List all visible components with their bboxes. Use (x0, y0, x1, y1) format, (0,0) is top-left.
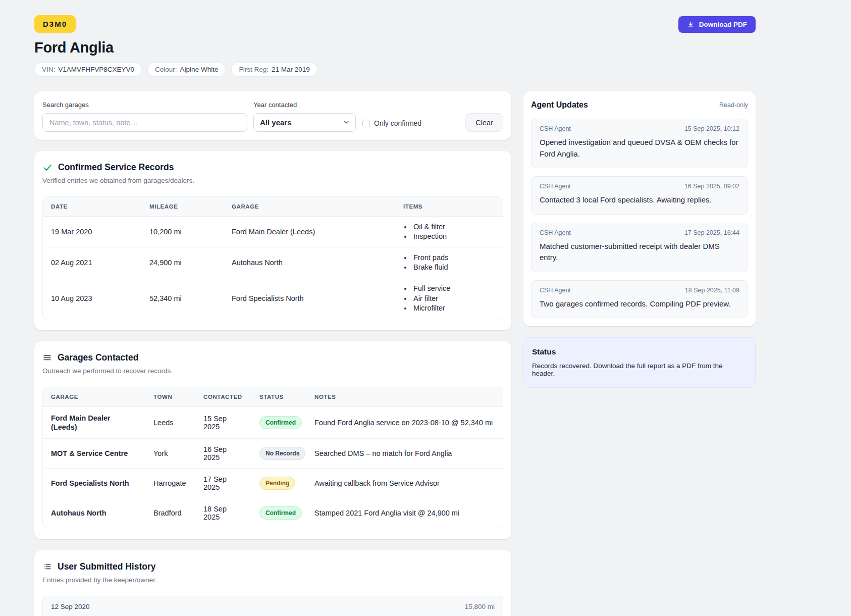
service-record-row: 10 Aug 2023 52,340 mi Ford Specialists N… (43, 278, 503, 319)
table-header-row: Garage Town Contacted Status Notes (43, 387, 503, 407)
garage-contacted-date: 18 Sep 2025 (195, 498, 251, 528)
agent-name: CSH Agent (540, 287, 571, 294)
user-history-subtitle: Entries provided by the keeper/owner. (42, 576, 503, 584)
garage-name: Ford Main Dealer (Leeds) (43, 406, 145, 438)
entry-date: 12 Sep 2020 (51, 603, 90, 610)
record-item: Oil & filter (412, 223, 495, 231)
garages-contacted-table: Garage Town Contacted Status Notes (42, 387, 503, 528)
user-history-entries: 12 Sep 2020 15,800 mi Oil & filter at ho… (42, 596, 503, 616)
col-town: Town (145, 387, 195, 407)
user-history-card: User Submitted History Entries provided … (34, 550, 511, 616)
garage-name: Ford Specialists North (43, 469, 145, 498)
table-header-row: Date Mileage Garage Items (43, 197, 503, 217)
col-notes: Notes (306, 387, 503, 407)
garages-contacted-title: Garages Contacted (58, 352, 138, 363)
garage-town: Bradford (145, 498, 195, 528)
year-field: Year contacted All years (253, 101, 356, 132)
demo-badge: D3M0 (34, 15, 76, 33)
agent-name: CSH Agent (540, 125, 571, 132)
garage-row: Autohaus North Bradford 18 Sep 2025 Conf… (43, 498, 503, 528)
garage-contacted-date: 16 Sep 2025 (195, 439, 251, 469)
col-garage: Garage (43, 387, 145, 407)
clear-button[interactable]: Clear (465, 113, 503, 132)
readonly-label: Read-only (719, 101, 748, 109)
record-item: Brake fluid (412, 263, 495, 272)
page: D3M0 Download PDF Ford Anglia VIN: V1AMV… (0, 0, 851, 616)
agent-update-entry: CSH Agent 16 Sep 2025, 09:02 Contacted 3… (531, 176, 748, 215)
page-title: Ford Anglia (34, 39, 756, 56)
vehicle-chip: VIN: V1AMVFHFVP8CXEYV0 (34, 62, 142, 77)
entry-mileage: 15,800 mi (465, 603, 495, 610)
chip-value: Alpine White (180, 66, 219, 73)
garage-town: Leeds (145, 406, 195, 438)
garage-notes: Searched DMS – no match for Ford Anglia (306, 439, 503, 469)
agent-updates-title: Agent Updates (531, 100, 588, 110)
confirmed-records-title: Confirmed Service Records (58, 162, 174, 173)
agent-message: Matched customer-submitted receipt with … (540, 241, 739, 264)
download-pdf-label: Download PDF (699, 21, 747, 28)
record-date: 19 Mar 2020 (43, 217, 141, 247)
agent-timestamp: 16 Sep 2025, 09:02 (684, 183, 739, 190)
record-garage: Ford Main Dealer (Leeds) (224, 217, 395, 247)
record-mileage: 24,900 mi (141, 247, 224, 278)
agent-update-entry: CSH Agent 15 Sep 2025, 10:12 Opened inve… (531, 119, 748, 168)
page-header: D3M0 Download PDF Ford Anglia VIN: V1AMV… (34, 15, 756, 77)
search-input[interactable] (42, 113, 247, 132)
menu-lines-icon (42, 353, 52, 363)
status-panel-message: Records recovered. Download the full rep… (532, 362, 747, 377)
sidebar: Agent Updates Read-only CSH Agent 15 Sep… (523, 91, 756, 388)
record-date: 02 Aug 2021 (43, 247, 141, 278)
col-mileage: Mileage (141, 197, 224, 217)
bullet-list-icon (42, 562, 52, 572)
garage-town: Harrogate (145, 469, 195, 498)
only-confirmed-checkbox[interactable] (362, 120, 370, 127)
check-icon (42, 163, 52, 173)
agent-timestamp: 18 Sep 2025, 11:09 (685, 287, 739, 294)
only-confirmed-checkbox-row[interactable]: Only confirmed (362, 119, 421, 127)
agent-updates-card: Agent Updates Read-only CSH Agent 15 Sep… (523, 91, 756, 326)
year-select[interactable]: All years (253, 113, 356, 132)
agent-update-entry: CSH Agent 17 Sep 2025, 16:44 Matched cus… (531, 223, 748, 272)
record-items: Full serviceAir filterMicrofilter (395, 278, 503, 319)
agent-message: Two garages confirmed records. Compiling… (540, 298, 739, 310)
status-badge: Confirmed (259, 416, 302, 429)
garage-status-cell: Pending (251, 469, 306, 498)
main-column: Search garages Year contacted All years (34, 91, 511, 616)
garage-contacted-date: 15 Sep 2025 (195, 406, 251, 438)
agent-update-entry: CSH Agent 18 Sep 2025, 11:09 Two garages… (531, 280, 748, 319)
service-record-row: 02 Aug 2021 24,900 mi Autohaus North Fro… (43, 247, 503, 278)
garage-row: MOT & Service Centre York 16 Sep 2025 No… (43, 439, 503, 469)
download-pdf-button[interactable]: Download PDF (678, 16, 756, 33)
garage-row: Ford Specialists North Harrogate 17 Sep … (43, 469, 503, 498)
record-items: Front padsBrake fluid (395, 247, 503, 278)
agent-name: CSH Agent (540, 229, 571, 236)
user-history-title: User Submitted History (58, 561, 155, 572)
garage-name: MOT & Service Centre (43, 439, 145, 469)
download-icon (687, 21, 695, 28)
chip-label: Colour: (155, 66, 177, 73)
search-label: Search garages (42, 101, 247, 109)
agent-timestamp: 15 Sep 2025, 10:12 (684, 125, 739, 132)
vehicle-chip: Colour: Alpine White (147, 62, 226, 77)
garages-contacted-card: Garages Contacted Outreach we performed … (34, 341, 511, 539)
chip-value: V1AMVFHFVP8CXEYV0 (58, 66, 134, 73)
record-date: 10 Aug 2023 (43, 278, 141, 319)
garage-notes: Found Ford Anglia service on 2023-08-10 … (306, 406, 503, 438)
record-item: Inspection (412, 232, 495, 241)
filter-card: Search garages Year contacted All years (34, 91, 511, 140)
garage-contacted-date: 17 Sep 2025 (195, 469, 251, 498)
agent-message: Opened investigation and queued DVSA & O… (540, 137, 739, 160)
record-item: Microfilter (412, 304, 495, 313)
record-mileage: 52,340 mi (141, 278, 224, 319)
record-item: Front pads (412, 253, 495, 262)
chip-value: 21 Mar 2019 (272, 66, 310, 73)
garage-name: Autohaus North (43, 498, 145, 528)
confirmed-records-card: Confirmed Service Records Verified entri… (34, 151, 511, 330)
status-badge: Confirmed (259, 506, 302, 520)
record-garage: Autohaus North (224, 247, 395, 278)
record-items: Oil & filterInspection (395, 217, 503, 247)
col-items: Items (395, 197, 503, 217)
year-contacted-label: Year contacted (253, 101, 356, 109)
garage-status-cell: No Records (251, 439, 306, 469)
col-date: Date (43, 197, 141, 217)
